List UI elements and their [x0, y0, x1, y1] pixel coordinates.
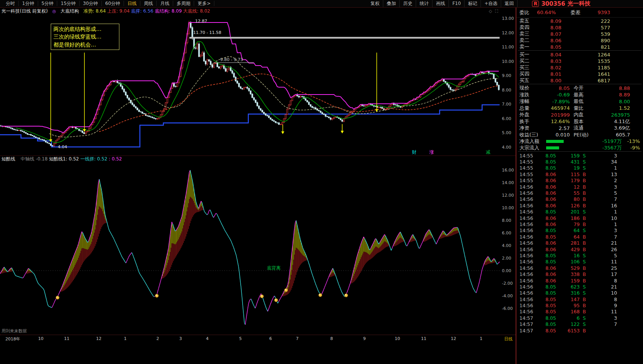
tick-row: 14:578.056S3 [516, 315, 643, 321]
tick-list[interactable]: 14:558.05159S314:558.05431S3414:558.0519… [516, 152, 643, 334]
toolbar-button[interactable]: +自选 [481, 0, 501, 7]
sub-indicator-value: 一线拼: 0.52 [80, 156, 109, 162]
tick-row: 14:568.0564S3 [516, 228, 643, 234]
svg-text:-2.00: -2.00 [502, 281, 513, 286]
period-tab[interactable]: 日线 [124, 1, 140, 6]
chart-settings-icon[interactable]: ◇ [489, 9, 492, 14]
flow-row: 大宗流入-3567万-9% [516, 144, 643, 151]
indicator-value: 底撑: 6.56 [131, 8, 155, 14]
period-tab[interactable]: 周线 [140, 1, 157, 6]
detail-row: 涨跌-0.69最高8.89 [516, 91, 643, 98]
period-tab[interactable]: 5分钟 [38, 1, 58, 6]
sub-indicator-header: 短酷线 中轴线 -0.18 短酷线1: 0.52 一线拼: 0.52 : 0.5… [0, 156, 516, 162]
month-label: 9 [363, 336, 366, 341]
period-tab[interactable]: 30分钟 [80, 1, 102, 6]
svg-text:8.00: 8.00 [502, 218, 511, 223]
toolbar-button[interactable]: 统计 [416, 0, 432, 7]
month-label: 7 [296, 336, 299, 341]
bid-row[interactable]: 买一8.041264 [516, 51, 643, 58]
legend-item: 财 [412, 149, 416, 156]
toolbar-button[interactable]: 返回 [501, 0, 518, 7]
tick-row: 14:568.05168B11 [516, 309, 643, 315]
time-axis: 2018年1011121234567891011121 日线 [0, 335, 516, 342]
period-tab[interactable]: 15分钟 [57, 1, 79, 6]
indicator-name[interactable]: 大底结构 [61, 8, 79, 14]
ask-row[interactable]: 卖二8.06890 [516, 37, 643, 43]
period-tab[interactable]: 多周期 [173, 1, 194, 6]
period-label[interactable]: 日线 [504, 336, 513, 342]
svg-text:11.70 - 11.58: 11.70 - 11.58 [193, 30, 221, 35]
toolbar-menu: 复权叠加历史统计画线F10标记+自选返回 [367, 0, 518, 7]
bid-row[interactable]: 买二8.031535 [516, 58, 643, 64]
chart-title: 光一科技(日线 前复权) [2, 8, 48, 14]
bid-row[interactable]: 买四8.011641 [516, 71, 643, 77]
svg-text:4.00: 4.00 [502, 243, 511, 248]
flow-bar [546, 146, 559, 149]
main-chart-header: 光一科技(日线 前复权) ◎ 大底结构 准势: 8.64 上压: 9.04 底撑… [0, 8, 516, 14]
svg-text:2.00: 2.00 [502, 256, 511, 261]
indicator-value: 准势: 8.64 [84, 8, 107, 14]
future-data-note: 用到未来数据 [2, 328, 27, 334]
tick-row: 14:568.06126B16 [516, 202, 643, 208]
period-tab[interactable]: 更多> [194, 1, 214, 6]
tick-row: 14:568.0655B5 [516, 190, 643, 196]
period-tab[interactable]: 1分钟 [19, 1, 38, 6]
svg-text:6.00: 6.00 [502, 231, 511, 236]
toolbar-button[interactable]: 复权 [367, 0, 383, 7]
bid-row[interactable]: 买三8.021185 [516, 64, 643, 71]
detail-row: 收益(三)0.010PE(动)605.7 [516, 131, 643, 138]
tick-row: 14:558.05159S3 [516, 152, 643, 159]
bid-book: 买一8.041264买二8.031535买三8.021185买四8.011641… [516, 51, 643, 83]
svg-text:8.00: 8.00 [502, 88, 511, 93]
svg-text:底背离: 底背离 [267, 265, 281, 271]
detail-row: 涨幅-7.89%最低8.00 [516, 98, 643, 105]
toolbar-button[interactable]: 叠加 [383, 0, 400, 7]
toolbar-button[interactable]: F10 [449, 0, 465, 7]
ask-book: 卖五8.09222卖四8.08577卖三8.07539卖二8.06890卖一8.… [516, 18, 643, 50]
stock-code: 300356 [541, 0, 565, 7]
tick-row: 14:568.0679B1 [516, 221, 643, 227]
tick-row: 14:568.06529B25 [516, 265, 643, 271]
toolbar-button[interactable]: 标记 [465, 0, 481, 7]
ask-row[interactable]: 卖五8.09222 [516, 18, 643, 24]
month-label: 4 [206, 336, 209, 341]
tick-row: 14:568.06186B10 [516, 215, 643, 221]
annotation-line: 两次的底结构形成… [53, 25, 117, 33]
ask-row[interactable]: 卖三8.07539 [516, 30, 643, 37]
detail-row: 换手12.64%股本4.11亿 [516, 118, 643, 125]
legend-item: 涨 [429, 149, 434, 156]
tick-row: 14:568.05623S21 [516, 284, 643, 290]
flow-bar [546, 140, 564, 143]
month-label: 11 [64, 336, 69, 341]
oscillator-chart[interactable]: 16.0014.0012.0010.008.006.004.002.000.00… [0, 162, 516, 335]
indicator-value: 底结构: 8.09 [155, 8, 183, 14]
quote-details: 现价8.05今开8.88涨跌-0.69最高8.89涨幅-7.89%最低8.00总… [516, 85, 643, 138]
tick-row: 14:568.0680B7 [516, 196, 643, 202]
tick-row: 14:578.056153B [516, 327, 643, 334]
main-candlestick-chart[interactable]: 13.0012.0011.0010.009.008.007.006.005.00… [0, 14, 516, 156]
trading-app-window: 分时1分钟5分钟15分钟30分钟60分钟日线周线月线多周期更多> 复权叠加历史统… [0, 0, 643, 364]
ask-row[interactable]: 卖四8.08577 [516, 24, 643, 30]
sub-indicator-title[interactable]: 短酷线 [2, 156, 15, 162]
period-tab[interactable]: 60分钟 [102, 1, 124, 6]
month-label: 2 [156, 336, 159, 341]
toolbar-button[interactable]: 画线 [432, 0, 449, 7]
tick-row: 14:558.0519S1 [516, 165, 643, 171]
ask-row[interactable]: 卖一8.05821 [516, 43, 643, 50]
period-tab[interactable]: 分时 [2, 1, 19, 6]
bid-row[interactable]: 买五8.006817 [516, 77, 643, 83]
svg-text:13.00: 13.00 [502, 16, 514, 21]
tick-row: 14:558.06179B2 [516, 178, 643, 184]
svg-text:0.00: 0.00 [502, 268, 511, 273]
tick-row: 14:558.05431S34 [516, 159, 643, 165]
chart-maximize-icon[interactable]: ⛶ [495, 9, 498, 14]
section-divider [518, 84, 641, 84]
bottom-filler [0, 342, 516, 364]
tick-row: 14:568.06429B26 [516, 246, 643, 252]
period-tab[interactable]: 月线 [157, 1, 173, 6]
section-divider [518, 151, 641, 152]
month-label: 6 [269, 336, 272, 341]
toolbar-button[interactable]: 历史 [400, 0, 416, 7]
month-label: 1 [124, 336, 127, 341]
sub-indicator-value: 短酷线1: 0.52 [49, 156, 80, 162]
